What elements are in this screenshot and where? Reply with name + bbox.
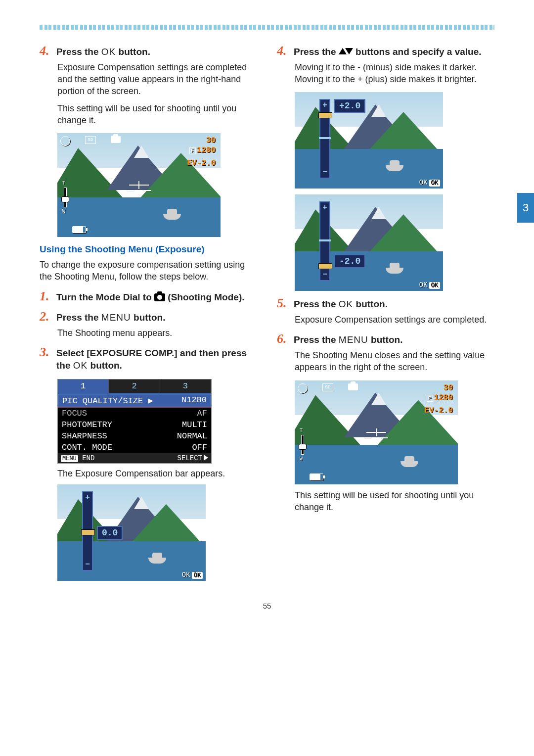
step-body: The Shooting menu appears. bbox=[57, 327, 257, 339]
title-text: button. bbox=[353, 299, 388, 309]
body-para: The Shooting menu appears. bbox=[57, 327, 257, 339]
lcd-preview-ev: SD 30 F1280 EV-2.0 TW bbox=[57, 133, 221, 237]
step-title: Press the OK button. bbox=[56, 46, 150, 58]
menu-footer: MENU END SELECT bbox=[58, 453, 211, 463]
step-title: Press the MENU button. bbox=[294, 334, 402, 346]
menu-label: SHARPNESS bbox=[62, 431, 107, 441]
title-text: button. bbox=[368, 334, 403, 345]
chapter-tab: 3 bbox=[517, 193, 534, 223]
menu-badge: MENU bbox=[61, 455, 78, 462]
ok-glyph: OK bbox=[339, 299, 353, 309]
focus-crosshair bbox=[366, 423, 386, 442]
minus-icon: − bbox=[320, 168, 329, 177]
title-text: button. bbox=[116, 47, 150, 57]
ev-slider: + − bbox=[319, 99, 330, 179]
ok-button-icon: OK bbox=[429, 180, 440, 187]
menu-label: FOCUS bbox=[62, 409, 87, 418]
scene-illustration bbox=[295, 194, 443, 291]
zoom-indicator: TW bbox=[61, 183, 68, 212]
ok-o: O bbox=[73, 360, 81, 371]
body-para: Moving it to the - (minus) side makes it… bbox=[295, 61, 494, 86]
plus-icon: + bbox=[320, 101, 329, 110]
step-6: 6. Press the MENU button. The Shooting M… bbox=[277, 332, 494, 373]
ev-knob bbox=[318, 112, 332, 118]
step-number: 6. bbox=[277, 332, 290, 345]
ev-readout: EV-2.0 bbox=[424, 406, 453, 415]
ok-button-icon: OK bbox=[192, 572, 203, 579]
step-body: The Exposure Compensation bar appears. bbox=[57, 468, 257, 479]
right-arrow-icon bbox=[204, 455, 208, 461]
menu-row: CONT. MODE OFF bbox=[58, 442, 211, 453]
minus-icon: − bbox=[320, 270, 329, 279]
menu-m: M bbox=[101, 312, 110, 323]
ok-k: K bbox=[81, 360, 88, 371]
size-value: 1280 bbox=[434, 393, 453, 402]
menu-row: PHOTOMETRY MULTI bbox=[58, 419, 211, 430]
right-arrow-icon: ▶ bbox=[143, 396, 153, 406]
title-text: Press the bbox=[294, 334, 339, 345]
down-arrow-icon bbox=[345, 48, 353, 54]
menu-rest: ENU bbox=[347, 334, 368, 345]
body-para: This setting will be used for shooting u… bbox=[57, 102, 257, 127]
two-column-layout: 4. Press the OK button. Exposure Compens… bbox=[40, 45, 494, 587]
menu-label: PHOTOMETRY bbox=[62, 420, 112, 429]
plus-icon: + bbox=[320, 203, 329, 212]
ok-k: K bbox=[109, 47, 116, 57]
title-text: Press the bbox=[294, 47, 339, 57]
ok-label: OK bbox=[419, 281, 428, 289]
flash-icon bbox=[298, 383, 308, 393]
menu-tab: 1 bbox=[58, 379, 109, 393]
image-size: F1280 bbox=[427, 393, 453, 402]
ev-slider: + − bbox=[319, 201, 330, 281]
step-title: Press the OK button. bbox=[294, 298, 388, 311]
ok-o: O bbox=[339, 299, 347, 309]
camera-icon bbox=[154, 293, 165, 301]
step-title: Press the MENU button. bbox=[56, 312, 165, 324]
ok-button-icon: OK bbox=[429, 282, 440, 289]
minus-icon: − bbox=[83, 560, 92, 569]
step-1: 1. Turn the Mode Dial to (Shooting Mode)… bbox=[40, 290, 257, 304]
shots-remaining: 30 bbox=[206, 136, 216, 145]
battery-icon bbox=[310, 473, 323, 480]
menu-value: MULTI bbox=[182, 420, 207, 429]
body-para: The Exposure Compensation bar appears. bbox=[57, 468, 257, 479]
lcd-ev-bar-plus: + − +2.0 OKOK bbox=[295, 92, 443, 189]
menu-foot-label: END bbox=[82, 454, 94, 462]
menu-rest: ENU bbox=[110, 312, 131, 323]
menu-glyph: MENU bbox=[339, 334, 368, 345]
camera-icon bbox=[111, 136, 121, 143]
title-text: Turn the Mode Dial to bbox=[56, 292, 154, 302]
ev-knob bbox=[318, 263, 332, 269]
plus-icon: + bbox=[83, 493, 92, 502]
step-title: Press the buttons and specify a value. bbox=[294, 46, 482, 58]
ev-slider: + − bbox=[82, 491, 93, 571]
menu-tab: 3 bbox=[160, 379, 211, 393]
step-5: 5. Press the OK button. Exposure Compens… bbox=[277, 297, 494, 326]
top-status-icons: SD bbox=[60, 136, 121, 146]
step-number: 3. bbox=[40, 346, 52, 359]
step-3: 3. Select [EXPOSURE COMP.] and then pres… bbox=[40, 346, 257, 372]
ok-glyph: OK bbox=[73, 360, 88, 371]
focus-crosshair bbox=[129, 175, 149, 195]
ok-o: O bbox=[101, 47, 109, 57]
ok-glyph: OK bbox=[101, 47, 116, 57]
body-para: Exposure Compensation settings are compl… bbox=[295, 314, 494, 326]
ok-hint: OKOK bbox=[419, 281, 440, 289]
menu-value: AF bbox=[197, 409, 207, 418]
menu-value: NORMAL bbox=[177, 431, 207, 441]
menu-label: CONT. MODE bbox=[62, 443, 112, 452]
sd-icon: SD bbox=[85, 136, 96, 144]
shots-remaining: 30 bbox=[444, 383, 453, 392]
step-body: Moving it to the - (minus) side makes it… bbox=[295, 61, 494, 86]
manual-page: 3 4. Press the OK button. Exposure Compe… bbox=[0, 0, 534, 630]
right-column: 4. Press the buttons and specify a value… bbox=[277, 45, 494, 587]
camera-icon bbox=[348, 383, 358, 390]
step-4-left: 4. Press the OK button. Exposure Compens… bbox=[40, 45, 257, 126]
battery-icon bbox=[72, 226, 86, 233]
ok-label: OK bbox=[419, 179, 428, 187]
top-status-icons: SD bbox=[298, 383, 358, 393]
title-text: button. bbox=[88, 360, 122, 371]
step-body: The Shooting Menu closes and the setting… bbox=[295, 349, 494, 374]
scene-illustration bbox=[57, 484, 206, 581]
decorative-divider bbox=[40, 25, 494, 30]
